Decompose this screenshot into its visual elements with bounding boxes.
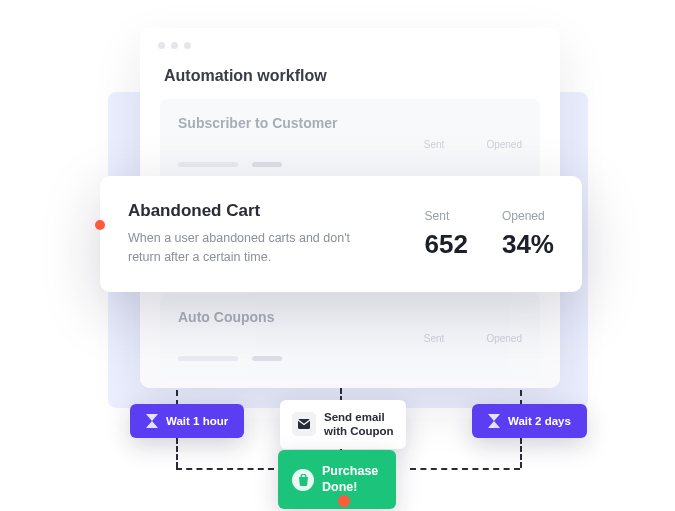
status-dot (95, 220, 105, 230)
card-title: Abandoned Cart (128, 201, 425, 221)
connector (176, 468, 274, 470)
bag-icon (292, 469, 314, 491)
metric-label: Opened (502, 209, 554, 223)
workflow-item-title: Auto Coupons (178, 309, 522, 325)
workflow-card-abandoned-cart[interactable]: Abandoned Cart When a user abandoned car… (100, 176, 582, 292)
connector (410, 468, 520, 470)
workflow-item-subscriber[interactable]: Subscriber to Customer Sent Opened (160, 99, 540, 185)
window-title: Automation workflow (140, 49, 560, 99)
window-dot (158, 42, 165, 49)
chip-label: PurchaseDone! (322, 464, 378, 495)
workflow-item-title: Subscriber to Customer (178, 115, 522, 131)
metric-label: Sent (425, 209, 468, 223)
chip-label: Wait 1 hour (166, 414, 228, 428)
metric-value: 34% (502, 229, 554, 259)
card-description: When a user abandoned carts and don't re… (128, 229, 358, 267)
stat-label-sent: Sent (424, 333, 445, 344)
workflow-item-coupons[interactable]: Auto Coupons Sent Opened (160, 293, 540, 379)
window-controls (140, 28, 560, 49)
status-dot (338, 495, 350, 507)
window-dot (171, 42, 178, 49)
step-wait-2-days[interactable]: Wait 2 days (472, 404, 587, 438)
hourglass-icon (146, 414, 158, 428)
chip-label: Wait 2 days (508, 414, 571, 428)
metric-sent: Sent 652 (425, 209, 468, 260)
stat-label-opened: Opened (486, 139, 522, 150)
chip-label: Send emailwith Coupon (324, 410, 394, 439)
connector (520, 438, 522, 468)
connector (176, 438, 178, 468)
metric-value: 652 (425, 229, 468, 259)
stat-label-opened: Opened (486, 333, 522, 344)
progress-bars (178, 162, 522, 167)
metric-opened: Opened 34% (502, 209, 554, 260)
step-send-email[interactable]: Send emailwith Coupon (280, 400, 406, 449)
hourglass-icon (488, 414, 500, 428)
progress-bars (178, 356, 522, 361)
window-dot (184, 42, 191, 49)
stat-label-sent: Sent (424, 139, 445, 150)
step-wait-1-hour[interactable]: Wait 1 hour (130, 404, 244, 438)
mail-icon (292, 412, 316, 436)
